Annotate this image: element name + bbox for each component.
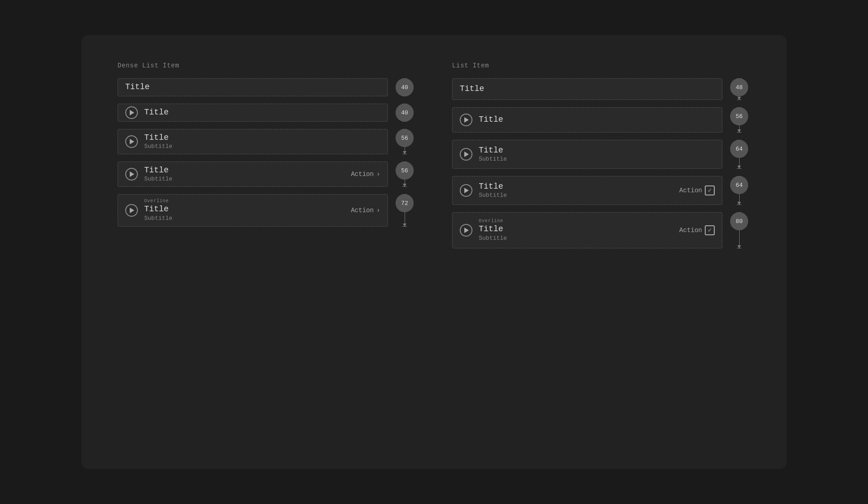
column-label: Dense List Item bbox=[118, 62, 416, 69]
size-badge: 56 bbox=[396, 129, 414, 147]
play-icon bbox=[460, 114, 472, 126]
text-content: Title bbox=[479, 114, 715, 125]
text-content: Title bbox=[144, 107, 380, 118]
play-icon bbox=[125, 168, 138, 181]
play-triangle bbox=[130, 110, 134, 115]
text-content: TitleSubtitle bbox=[479, 145, 715, 163]
list-item-row: Title40 bbox=[118, 78, 416, 96]
measure-arrow-bottom bbox=[737, 129, 741, 133]
measure-arrow-bottom bbox=[737, 245, 741, 248]
column-label: List Item bbox=[452, 62, 750, 69]
size-badge: 64 bbox=[730, 176, 748, 194]
title-text: Title bbox=[460, 84, 715, 94]
chevron-right-icon: › bbox=[377, 171, 380, 178]
text-content: OverlineTitleSubtitle bbox=[479, 218, 672, 242]
list-item-row: OverlineTitleSubtitleAction›72 bbox=[118, 194, 416, 227]
list-item-box-dense-5[interactable]: OverlineTitleSubtitleAction› bbox=[118, 194, 388, 227]
play-icon bbox=[125, 135, 138, 148]
vertical-measure: 80 bbox=[728, 212, 750, 248]
title-text: Title bbox=[144, 107, 380, 118]
size-badge: 80 bbox=[730, 212, 748, 230]
list-item-box-list-3[interactable]: TitleSubtitle bbox=[452, 140, 722, 169]
play-triangle bbox=[464, 228, 469, 233]
action-area[interactable]: Action› bbox=[351, 207, 380, 214]
play-triangle bbox=[130, 139, 134, 144]
title-text: Title bbox=[125, 82, 380, 92]
subtitle-text: Subtitle bbox=[479, 235, 672, 242]
subtitle-text: Subtitle bbox=[479, 192, 672, 200]
play-triangle bbox=[464, 152, 469, 157]
chevron-right-icon: › bbox=[377, 207, 380, 214]
action-area[interactable]: Action✓ bbox=[679, 225, 715, 235]
text-content: TitleSubtitle bbox=[144, 133, 380, 151]
vertical-measure: 56 bbox=[728, 107, 750, 133]
list-item-row: TitleSubtitleAction›56 bbox=[118, 162, 416, 187]
list-item-row: TitleSubtitleAction✓64 bbox=[452, 176, 750, 205]
action-label: Action bbox=[351, 171, 373, 178]
action-label: Action bbox=[679, 187, 702, 194]
play-icon bbox=[125, 204, 138, 217]
list-item-box-list-4[interactable]: TitleSubtitleAction✓ bbox=[452, 176, 722, 205]
vertical-measure: 40 bbox=[393, 78, 416, 96]
play-icon bbox=[460, 184, 472, 197]
title-text: Title bbox=[479, 181, 672, 192]
vertical-measure: 64 bbox=[728, 140, 750, 169]
vertical-measure: 48 bbox=[728, 78, 750, 100]
text-content: OverlineTitleSubtitle bbox=[144, 198, 344, 222]
list-item-box-list-1[interactable]: Title bbox=[452, 78, 722, 100]
title-text: Title bbox=[479, 114, 715, 125]
measure-arrow-bottom bbox=[737, 166, 741, 169]
list-item-row: OverlineTitleSubtitleAction✓80 bbox=[452, 212, 750, 248]
measure-arrow-bottom bbox=[737, 202, 741, 205]
list-items-wrapper: Title48Title56TitleSubtitle64TitleSubtit… bbox=[452, 78, 750, 248]
list-item-box-dense-2[interactable]: Title bbox=[118, 104, 388, 122]
size-badge: 64 bbox=[730, 140, 748, 158]
list-item-box-list-5[interactable]: OverlineTitleSubtitleAction✓ bbox=[452, 212, 722, 248]
checkbox-icon[interactable]: ✓ bbox=[705, 185, 715, 195]
title-text: Title bbox=[144, 133, 380, 143]
size-badge: 72 bbox=[396, 194, 414, 212]
subtitle-text: Subtitle bbox=[144, 215, 344, 223]
size-badge: 40 bbox=[396, 104, 414, 122]
play-icon bbox=[125, 106, 138, 119]
list-item-box-dense-1[interactable]: Title bbox=[118, 78, 388, 96]
subtitle-text: Subtitle bbox=[144, 143, 380, 151]
play-triangle bbox=[464, 117, 469, 123]
vertical-measure: 72 bbox=[393, 194, 416, 227]
vertical-measure: 40 bbox=[393, 104, 416, 122]
list-item-row: Title48 bbox=[452, 78, 750, 100]
text-content: Title bbox=[125, 82, 380, 92]
size-badge: 48 bbox=[730, 78, 748, 96]
action-area[interactable]: Action› bbox=[351, 171, 380, 178]
list-item-box-dense-3[interactable]: TitleSubtitle bbox=[118, 129, 388, 154]
list-items-wrapper: Title40Title40TitleSubtitle56TitleSubtit… bbox=[118, 78, 416, 227]
play-triangle bbox=[130, 208, 134, 213]
text-content: Title bbox=[460, 84, 715, 94]
action-area[interactable]: Action✓ bbox=[679, 185, 715, 195]
title-text: Title bbox=[479, 224, 672, 234]
vertical-measure: 64 bbox=[728, 176, 750, 205]
vertical-measure: 56 bbox=[393, 162, 416, 187]
column-dense: Dense List ItemTitle40Title40TitleSubtit… bbox=[118, 62, 416, 442]
action-label: Action bbox=[351, 207, 373, 214]
overline-text: Overline bbox=[479, 218, 672, 224]
checkbox-icon[interactable]: ✓ bbox=[705, 225, 715, 235]
title-text: Title bbox=[479, 145, 715, 156]
measure-arrow-bottom bbox=[403, 151, 406, 154]
size-badge: 40 bbox=[396, 78, 414, 96]
play-triangle bbox=[130, 171, 134, 177]
list-item-row: Title56 bbox=[452, 107, 750, 133]
measure-arrow-bottom bbox=[737, 97, 741, 100]
checkbox-check: ✓ bbox=[708, 227, 712, 233]
measure-arrow-bottom bbox=[403, 223, 406, 227]
list-item-box-dense-4[interactable]: TitleSubtitleAction› bbox=[118, 162, 388, 187]
list-item-row: Title40 bbox=[118, 104, 416, 122]
play-icon bbox=[460, 224, 472, 237]
title-text: Title bbox=[144, 165, 344, 176]
list-item-box-list-2[interactable]: Title bbox=[452, 107, 722, 133]
play-triangle bbox=[464, 188, 469, 193]
checkbox-check: ✓ bbox=[708, 187, 712, 194]
text-content: TitleSubtitle bbox=[479, 181, 672, 200]
subtitle-text: Subtitle bbox=[479, 156, 715, 163]
main-container: Dense List ItemTitle40Title40TitleSubtit… bbox=[81, 35, 787, 469]
